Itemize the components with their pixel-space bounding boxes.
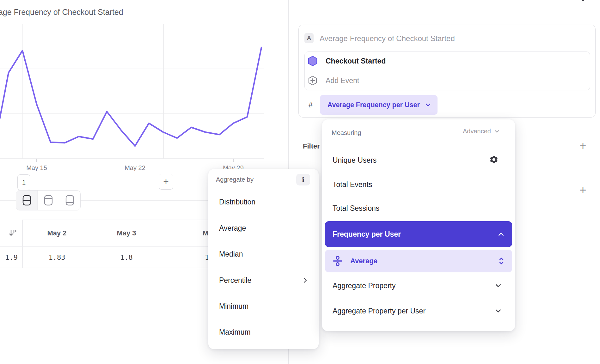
- panel-bottom-icon: [65, 195, 74, 206]
- measurement-dropdown-button[interactable]: Average Frequency per User: [320, 95, 438, 115]
- menu-item-aggregate-property-per-user[interactable]: Aggregate Property per User: [333, 307, 426, 315]
- menu-item-unique-users[interactable]: Unique Users: [333, 156, 377, 165]
- truncated-add-metric-icon[interactable]: [582, 0, 584, 1]
- menu-item-percentile[interactable]: Percentile: [219, 276, 251, 285]
- aggregate-by-menu: Aggregate by i Distribution Average Medi…: [208, 169, 319, 349]
- add-event-button[interactable]: Add Event: [308, 75, 359, 86]
- metric-title[interactable]: Average Frequency of Checkout Started: [320, 34, 455, 43]
- chevron-up-down-icon: [498, 257, 505, 265]
- menu-item-total-events[interactable]: Total Events: [333, 180, 372, 189]
- add-event-hexagon-plus-icon: [308, 75, 317, 86]
- menu-item-aggregate-property[interactable]: Aggregate Property: [333, 282, 395, 290]
- sub-selected-label: Average: [350, 257, 377, 265]
- sort-descending-icon: [8, 228, 18, 238]
- frequency-chart-svg: [0, 24, 267, 163]
- split-horizontal-icon: [22, 195, 31, 206]
- layout-panel-bottom-button[interactable]: [59, 191, 80, 210]
- menu-item-total-sessions[interactable]: Total Sessions: [333, 204, 379, 213]
- division-average-icon: [332, 255, 343, 267]
- table-cell-may-2: 1.83: [22, 246, 92, 268]
- measuring-header: Measuring: [332, 129, 361, 136]
- menu-item-distribution[interactable]: Distribution: [219, 198, 255, 206]
- frequency-line-chart[interactable]: [0, 24, 267, 163]
- x-tick-label: May 22: [125, 164, 145, 172]
- menu-item-average-sub-selected[interactable]: Average: [325, 250, 512, 272]
- menu-item-minimum[interactable]: Minimum: [219, 302, 248, 311]
- chart-title: Average Frequency of Checkout Started: [0, 8, 123, 17]
- measuring-menu: Measuring Advanced Unique Users Total Ev…: [322, 119, 515, 331]
- chevron-down-icon: [495, 307, 502, 314]
- menu-item-maximum[interactable]: Maximum: [219, 328, 251, 337]
- add-filter-button[interactable]: +: [578, 141, 588, 151]
- table-cell-truncated-left: 1.9: [0, 246, 22, 268]
- advanced-mode-toggle[interactable]: Advanced: [463, 128, 500, 135]
- menu-item-average[interactable]: Average: [219, 224, 246, 233]
- layout-split-horizontal-button[interactable]: [16, 191, 37, 210]
- table-cell-may-3: 1.8: [92, 246, 161, 268]
- measurement-dropdown-label: Average Frequency per User: [328, 101, 420, 109]
- event-hexagon-icon: [308, 56, 317, 66]
- metric-section-heading: Metric: [302, 0, 327, 2]
- hash-prefix: #: [309, 101, 313, 109]
- table-header-may-2[interactable]: May 2: [22, 220, 92, 246]
- add-annotation-button[interactable]: +: [159, 174, 173, 190]
- table-sort-header[interactable]: [0, 220, 22, 246]
- event-name: Checkout Started: [326, 57, 386, 65]
- add-event-label: Add Event: [326, 76, 359, 85]
- menu-item-frequency-per-user-selected[interactable]: Frequency per User: [325, 221, 512, 247]
- aggregate-by-header: Aggregate by: [216, 176, 254, 183]
- metric-letter-badge[interactable]: A: [304, 33, 314, 43]
- selected-item-label: Frequency per User: [333, 230, 401, 239]
- x-tick-label: May 15: [26, 164, 47, 172]
- layout-toggle-group: [16, 190, 81, 210]
- layout-panel-top-button[interactable]: [37, 191, 59, 210]
- filter-section-heading: Filter: [303, 142, 320, 150]
- gear-icon[interactable]: [489, 155, 499, 164]
- results-table: May 2 May 3 M 1.9 1.83 1.8 1: [0, 220, 231, 269]
- add-breakdown-button[interactable]: +: [578, 185, 588, 195]
- menu-item-median[interactable]: Median: [219, 250, 243, 258]
- panel-top-icon: [44, 195, 53, 206]
- interval-stepper-button[interactable]: 1: [17, 174, 30, 190]
- chevron-up-icon: [498, 231, 505, 238]
- chevron-down-icon: [495, 282, 502, 289]
- chevron-down-icon: [425, 102, 431, 108]
- chevron-right-icon: [302, 277, 309, 284]
- measurement-row: # Average Frequency per User: [309, 95, 438, 115]
- advanced-label: Advanced: [463, 128, 491, 135]
- info-icon[interactable]: i: [296, 174, 310, 185]
- metric-card: A Average Frequency of Checkout Started …: [298, 25, 596, 118]
- event-row-checkout-started[interactable]: Checkout Started: [308, 56, 386, 66]
- chevron-down-icon: [494, 129, 500, 134]
- event-card: Checkout Started Add Event: [304, 52, 590, 90]
- table-header-may-3[interactable]: May 3: [92, 220, 161, 246]
